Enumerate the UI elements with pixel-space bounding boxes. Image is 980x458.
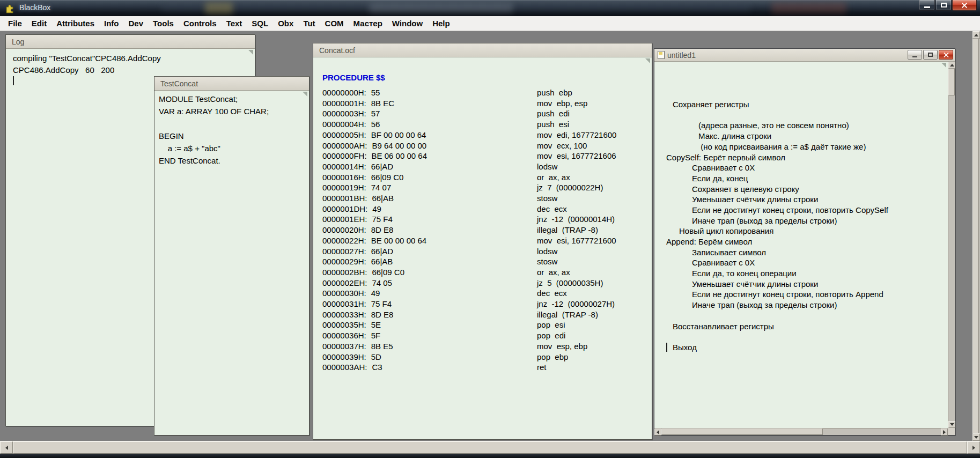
disasm-row: 00000030H:49dec ecx bbox=[313, 288, 652, 299]
menu-item-com[interactable]: COM bbox=[320, 17, 349, 29]
instruction-bytes: B9 64 00 00 00 bbox=[372, 141, 426, 150]
instruction-bytes: 66|AD bbox=[371, 162, 393, 171]
instruction-bytes: 56 bbox=[371, 120, 380, 129]
scroll-down-button[interactable] bbox=[972, 433, 980, 441]
untitled1-window-titlebar[interactable]: untitled1 bbox=[654, 49, 955, 62]
scroll-up-button[interactable] bbox=[948, 62, 955, 69]
note-line: Иначе трап (выход за пределы строки) bbox=[660, 300, 947, 311]
disasm-row: 00000004H:56push esi bbox=[313, 119, 652, 130]
menu-item-controls[interactable]: Controls bbox=[179, 17, 222, 29]
close-button[interactable] bbox=[952, 0, 977, 11]
log-window-titlebar[interactable]: Log bbox=[6, 35, 255, 49]
horizontal-scroll-thumb[interactable] bbox=[661, 429, 823, 435]
instruction-bytes: 66|AB bbox=[371, 257, 393, 266]
menu-item-obx[interactable]: Obx bbox=[273, 17, 298, 29]
arrow-right-icon bbox=[943, 430, 946, 434]
text-caret bbox=[13, 76, 14, 85]
scroll-right-button[interactable] bbox=[941, 429, 948, 435]
close-icon bbox=[961, 3, 968, 8]
disassembly-view[interactable]: PROCEDURE $$ 00000000H:55push ebp0000000… bbox=[313, 57, 652, 439]
disasm-row: 00000031H:75 F4jnz -12 (00000027H) bbox=[313, 299, 652, 309]
instruction-address: 00000035H: bbox=[322, 320, 366, 329]
instruction-mnemonic: illegal (TRAP -8) bbox=[537, 225, 652, 235]
note-line: Если да, конец bbox=[660, 173, 947, 184]
testconcat-editor[interactable]: MODULE TestConcat;VAR a: ARRAY 100 OF CH… bbox=[154, 91, 309, 435]
menu-item-attributes[interactable]: Attributes bbox=[51, 17, 99, 29]
instruction-address: 0000002EH: bbox=[322, 278, 367, 287]
menu-item-file[interactable]: File bbox=[3, 17, 27, 29]
menu-item-help[interactable]: Help bbox=[428, 17, 455, 29]
menu-item-window[interactable]: Window bbox=[387, 17, 428, 29]
instruction-bytes: 75 F4 bbox=[371, 299, 392, 308]
menu-item-dev[interactable]: Dev bbox=[124, 17, 149, 29]
instruction-address: 00000019H: bbox=[322, 183, 366, 192]
concat-ocf-window-titlebar[interactable]: Concat.ocf bbox=[313, 43, 652, 57]
menu-item-tools[interactable]: Tools bbox=[148, 17, 179, 29]
log-line: CPC486.AddCopy 60 200 bbox=[13, 64, 252, 76]
vertical-scroll-thumb[interactable] bbox=[972, 39, 979, 433]
code-line: VAR a: ARRAY 100 OF CHAR; bbox=[159, 105, 307, 117]
notes-editor[interactable]: Сохраняет регистры(адреса разные, это не… bbox=[654, 62, 948, 428]
instruction-mnemonic: push ebp bbox=[537, 87, 652, 98]
notes-text: Сохраняет регистры(адреса разные, это не… bbox=[654, 62, 948, 353]
address-and-bytes: 00000033H:8D E8 bbox=[322, 309, 537, 320]
menu-item-мастер[interactable]: Мастер bbox=[349, 17, 387, 29]
scroll-down-button[interactable] bbox=[948, 421, 955, 428]
menu-item-info[interactable]: Info bbox=[99, 17, 124, 29]
disasm-row: 0000002BH:66|09 C0or ax, ax bbox=[313, 267, 652, 278]
address-and-bytes: 00000016H:66|09 C0 bbox=[322, 172, 537, 183]
disasm-row: 00000003H:57push edi bbox=[313, 108, 652, 119]
notes-horizontal-scrollbar[interactable] bbox=[654, 428, 948, 435]
instruction-bytes: 8B EC bbox=[371, 99, 394, 108]
note-line bbox=[660, 110, 947, 121]
instruction-mnemonic: mov ecx, 100 bbox=[537, 141, 652, 151]
address-and-bytes: 0000001DH:49 bbox=[322, 204, 537, 215]
vertical-scroll-thumb[interactable] bbox=[948, 69, 955, 95]
note-text: Append: Берём символ bbox=[666, 237, 752, 246]
scroll-left-button[interactable] bbox=[0, 441, 13, 454]
menu-item-edit[interactable]: Edit bbox=[27, 17, 51, 29]
disasm-row: 0000001DH:49dec ecx bbox=[313, 204, 652, 215]
maximize-icon bbox=[928, 53, 933, 57]
note-line: Сохраняет регистры bbox=[660, 99, 947, 110]
instruction-address: 00000022H: bbox=[322, 236, 366, 245]
disasm-row: 0000000AH:B9 64 00 00 00mov ecx, 100 bbox=[313, 141, 652, 151]
disasm-row: 00000014H:66|ADlodsw bbox=[313, 161, 652, 172]
minimize-button[interactable] bbox=[919, 0, 935, 11]
log-text: compiling "TestConcat"CPC486.AddCopyCPC4… bbox=[6, 49, 255, 76]
scroll-up-button[interactable] bbox=[972, 31, 980, 39]
horizontal-scroll-thumb[interactable] bbox=[13, 441, 967, 454]
menu-item-tut[interactable]: Tut bbox=[298, 17, 320, 29]
note-text: Восстанавливает регистры bbox=[673, 322, 774, 331]
main-titlebar[interactable]: BlackBox bbox=[0, 0, 980, 16]
instruction-address: 00000030H: bbox=[322, 289, 366, 298]
address-and-bytes: 00000022H:BE 00 00 00 64 bbox=[322, 235, 537, 246]
document-icon bbox=[658, 51, 665, 59]
untitled1-maximize-button[interactable] bbox=[923, 50, 938, 60]
note-line bbox=[660, 331, 947, 342]
note-line: Макс. длина строки bbox=[660, 131, 947, 142]
menu-item-text[interactable]: Text bbox=[222, 17, 247, 29]
instruction-mnemonic: pop ebp bbox=[537, 352, 652, 363]
main-vertical-scrollbar[interactable] bbox=[972, 31, 980, 441]
note-line: Если не достигнут конец строки, повторит… bbox=[660, 289, 947, 300]
instruction-mnemonic: or ax, ax bbox=[537, 267, 652, 278]
untitled1-minimize-button[interactable] bbox=[908, 50, 922, 60]
arrow-down-icon bbox=[950, 423, 954, 426]
address-and-bytes: 00000001H:8B EC bbox=[322, 98, 537, 109]
maximize-button[interactable] bbox=[935, 0, 952, 11]
instruction-address: 0000001EH: bbox=[322, 215, 367, 224]
untitled1-close-button[interactable] bbox=[939, 50, 953, 60]
instruction-address: 00000020H: bbox=[322, 225, 366, 234]
note-line: Записывает символ bbox=[660, 247, 947, 258]
scroll-left-button[interactable] bbox=[654, 429, 661, 435]
note-line: Восстанавливает регистры bbox=[660, 321, 947, 332]
notes-vertical-scrollbar[interactable] bbox=[948, 62, 955, 428]
instruction-bytes: 5F bbox=[371, 331, 381, 340]
address-and-bytes: 00000000H:55 bbox=[322, 87, 537, 98]
address-and-bytes: 0000002EH:74 05 bbox=[322, 278, 537, 289]
scroll-right-button[interactable] bbox=[967, 441, 980, 454]
testconcat-window-titlebar[interactable]: TestConcat bbox=[154, 77, 309, 91]
main-horizontal-scrollbar[interactable] bbox=[0, 441, 980, 454]
menu-item-sql[interactable]: SQL bbox=[247, 17, 273, 29]
